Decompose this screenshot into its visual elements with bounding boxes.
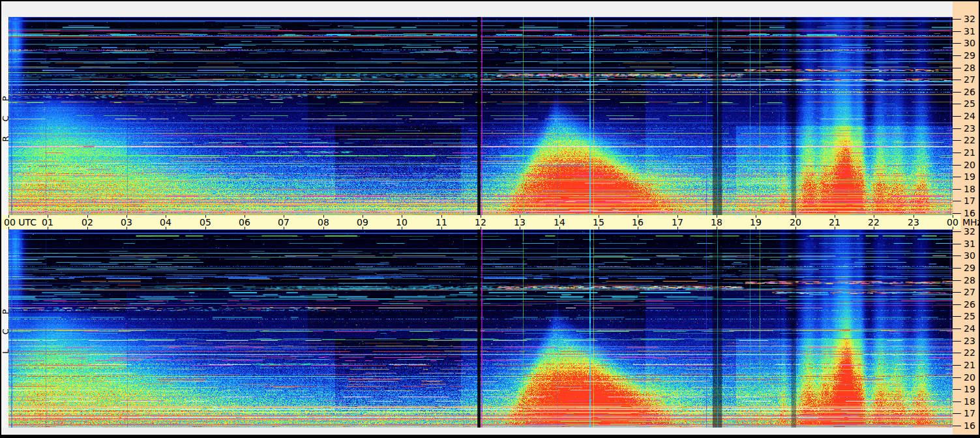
- time-tick-label: 22: [868, 217, 880, 227]
- lcp-frequency-scale: 3231302928272625242322212019181716: [953, 229, 980, 428]
- rcp-polarization-strip: R C P: [1, 17, 8, 215]
- freq-tick-label: 20: [964, 160, 975, 170]
- time-tick-label: 17: [672, 217, 683, 227]
- freq-tick: [953, 43, 961, 44]
- time-tick-label: 03: [121, 217, 132, 227]
- freq-tick: [953, 213, 961, 214]
- freq-tick-label: 31: [964, 239, 975, 249]
- time-tick-label: 09: [357, 217, 368, 227]
- freq-tick-label: 30: [964, 38, 975, 48]
- freq-tick: [953, 353, 961, 353]
- freq-tick-label: 25: [964, 311, 975, 321]
- freq-tick: [953, 426, 961, 426]
- freq-tick-label: 16: [964, 420, 975, 431]
- time-tick-label: 04: [160, 217, 171, 227]
- time-tick-label: 15: [593, 217, 604, 227]
- time-tick-label: 14: [554, 217, 565, 227]
- freq-tick: [953, 55, 961, 56]
- time-tick-label: 08: [318, 217, 329, 227]
- freq-tick-label: 30: [964, 250, 975, 261]
- freq-tick: [953, 328, 961, 329]
- freq-tick: [953, 268, 961, 269]
- freq-tick-label: 24: [964, 111, 975, 121]
- time-tick-label: 16: [632, 217, 644, 227]
- rcp-spectrogram: [8, 17, 953, 215]
- freq-tick-label: 29: [964, 263, 975, 273]
- freq-tick-label: 25: [964, 98, 975, 109]
- freq-tick-label: 28: [964, 275, 975, 285]
- freq-tick-label: 27: [964, 74, 975, 85]
- freq-tick-label: 19: [964, 384, 975, 394]
- time-tick-label: 13: [514, 217, 526, 227]
- freq-tick-label: 31: [964, 26, 975, 36]
- freq-tick-label: 32: [964, 226, 975, 237]
- freq-tick: [953, 280, 961, 281]
- freq-tick-label: 21: [964, 147, 975, 158]
- freq-tick-label: 21: [964, 360, 975, 370]
- time-tick-label: 23: [908, 217, 919, 227]
- freq-tick: [953, 402, 961, 402]
- freq-tick: [953, 31, 961, 32]
- freq-tick: [953, 341, 961, 342]
- time-tick-label: 11: [436, 217, 447, 227]
- bottom-strip: [1, 428, 953, 435]
- freq-tick-label: 23: [964, 123, 975, 134]
- freq-tick: [953, 316, 961, 317]
- freq-tick: [953, 365, 961, 366]
- time-tick-label: 00 UTC: [4, 217, 37, 227]
- time-axis: 00 UTC0102030405060708091011121314151617…: [1, 215, 960, 229]
- freq-tick: [953, 256, 961, 256]
- time-tick-label: 21: [829, 217, 840, 227]
- lcp-spectrogram: [8, 229, 953, 428]
- freq-tick: [953, 80, 961, 80]
- freq-tick-label: 18: [964, 184, 975, 194]
- freq-tick-label: 26: [964, 299, 975, 310]
- freq-tick-label: 27: [964, 287, 975, 297]
- freq-tick-label: 22: [964, 135, 975, 145]
- freq-tick: [953, 292, 961, 293]
- freq-tick: [953, 304, 961, 305]
- freq-tick-label: 24: [964, 323, 975, 334]
- rcp-frequency-scale: 3231302928272625242322212019181716: [953, 17, 980, 215]
- time-tick-label: 19: [750, 217, 762, 227]
- time-tick-label: 00: [947, 217, 958, 227]
- freq-tick-label: 22: [964, 347, 975, 358]
- lcp-polarization-strip: L C P: [1, 229, 8, 428]
- freq-tick-label: 32: [964, 14, 975, 24]
- freq-tick: [953, 389, 961, 390]
- freq-tick-label: 23: [964, 336, 975, 346]
- time-tick-label: 05: [200, 217, 211, 227]
- freq-tick: [953, 189, 961, 190]
- app-window: AJ4CO Observatory 08 Jul 2024 - DPS on T…: [0, 0, 980, 438]
- freq-tick-label: 20: [964, 372, 975, 383]
- freq-tick: [953, 116, 961, 117]
- freq-tick-label: 28: [964, 63, 975, 73]
- time-tick-label: 18: [711, 217, 722, 227]
- freq-tick: [953, 153, 961, 153]
- freq-tick: [953, 19, 961, 20]
- time-tick-label: 12: [475, 217, 486, 227]
- time-tick-label: 20: [790, 217, 801, 227]
- freq-tick: [953, 177, 961, 177]
- freq-tick: [953, 201, 961, 201]
- time-tick-label: 02: [82, 217, 93, 227]
- time-tick-label: 06: [239, 217, 250, 227]
- freq-tick-label: 19: [964, 171, 975, 182]
- freq-tick: [953, 231, 961, 232]
- freq-tick: [953, 165, 961, 166]
- freq-tick: [953, 128, 961, 129]
- freq-tick: [953, 104, 961, 104]
- time-tick-label: 10: [396, 217, 408, 227]
- freq-tick: [953, 413, 961, 414]
- freq-tick-label: 18: [964, 396, 975, 407]
- time-tick-label: 01: [42, 217, 53, 227]
- freq-tick: [953, 377, 961, 378]
- freq-tick-label: 17: [964, 196, 975, 206]
- freq-tick: [953, 68, 961, 68]
- time-tick-label: 07: [278, 217, 290, 227]
- freq-tick: [953, 140, 961, 141]
- freq-tick: [953, 92, 961, 93]
- freq-tick: [953, 244, 961, 244]
- freq-tick-label: 26: [964, 87, 975, 97]
- title-bar: AJ4CO Observatory 08 Jul 2024 - DPS on T…: [1, 1, 953, 17]
